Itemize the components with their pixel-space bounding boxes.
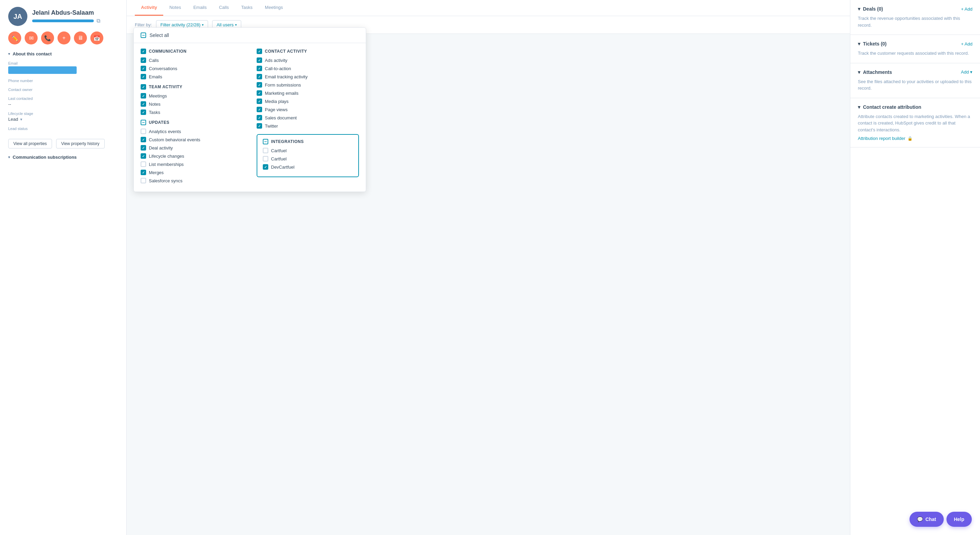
team-activity-section-title: TEAM ACTIVITY [141, 84, 243, 90]
call-button[interactable]: 📞 [41, 32, 54, 44]
media-plays-checkbox[interactable] [257, 98, 262, 104]
deals-title: ▾ Deals (0) [858, 6, 883, 12]
conversations-checkbox[interactable] [141, 66, 146, 71]
select-all-checkbox[interactable] [141, 32, 146, 38]
owner-label: Contact owner [8, 87, 118, 92]
salesforce-syncs-checkbox[interactable] [141, 178, 146, 183]
contact-header: JA Jelani Abdus-Salaam ⧉ [8, 7, 118, 26]
emails-checkbox[interactable] [141, 74, 146, 79]
calls-checkbox[interactable] [141, 57, 146, 63]
marketing-emails-checkbox[interactable] [257, 90, 262, 96]
progress-bar-wrap: ⧉ [32, 18, 100, 24]
help-button[interactable]: Help [947, 512, 972, 527]
communication-checkbox[interactable] [141, 49, 146, 54]
tasks-checkbox[interactable] [141, 110, 146, 115]
tickets-add-button[interactable]: + Add [961, 41, 972, 46]
cartfuel1-checkbox[interactable] [263, 148, 268, 153]
dropdown-panel: Select all COMMUNICATION Calls [134, 27, 366, 192]
twitter-checkbox[interactable] [257, 123, 262, 129]
item-email-tracking: Email tracking activity [257, 74, 359, 79]
tab-calls[interactable]: Calls [213, 0, 235, 16]
page-views-checkbox[interactable] [257, 107, 262, 112]
team-activity-checkbox[interactable] [141, 84, 146, 90]
analytics-events-checkbox[interactable] [141, 129, 146, 134]
item-custom-behavioral: Custom behavioral events [141, 137, 243, 142]
item-media-plays: Media plays [257, 98, 359, 104]
item-tasks: Tasks [141, 110, 243, 115]
lead-status-field-row: Lead status [8, 127, 118, 131]
ads-activity-checkbox[interactable] [257, 57, 262, 63]
calendar-button[interactable]: 📅 [90, 32, 103, 44]
cta-checkbox[interactable] [257, 66, 262, 71]
item-list-memberships: List memberships [141, 162, 243, 167]
deals-section: ▾ Deals (0) + Add Track the revenue oppo… [850, 0, 980, 35]
deals-label: Deals (0) [863, 6, 883, 12]
bottom-chat-area: 💬 Chat Help [910, 512, 972, 527]
item-deal-activity: Deal activity [141, 145, 243, 151]
attribution-section-header: ▾ Contact create attribution [858, 104, 972, 110]
help-label: Help [954, 516, 964, 522]
cartfuel2-checkbox[interactable] [263, 156, 268, 162]
item-page-views: Page views [257, 107, 359, 112]
attachments-label: Attachments [863, 70, 892, 75]
about-section-header[interactable]: ▾ About this contact [8, 51, 118, 56]
deal-activity-checkbox[interactable] [141, 145, 146, 151]
screen-button[interactable]: 🖥 [74, 32, 87, 44]
email-field-row: Email [8, 61, 118, 74]
item-form-submissions: Form submissions [257, 82, 359, 87]
tab-meetings[interactable]: Meetings [259, 0, 289, 16]
item-conversations: Conversations [141, 66, 243, 71]
attachments-add-button[interactable]: Add ▾ [961, 70, 972, 75]
lifecycle-field-row: Lifecycle stage Lead ▾ [8, 111, 118, 122]
contact-activity-checkbox[interactable] [257, 49, 262, 54]
updates-checkbox[interactable] [141, 120, 146, 125]
check-icon [142, 49, 145, 53]
tab-notes[interactable]: Notes [163, 0, 187, 16]
chat-button[interactable]: 💬 Chat [910, 512, 944, 527]
merges-checkbox[interactable] [141, 170, 146, 175]
lock-icon: 🔒 [907, 136, 913, 141]
deals-add-button[interactable]: + Add [961, 6, 972, 12]
item-cartfuel-2: Cartfuel [263, 156, 353, 162]
devcartfuel-checkbox[interactable] [263, 164, 268, 170]
tab-tasks[interactable]: Tasks [235, 0, 259, 16]
comm-subscriptions-header[interactable]: ▾ Communication subscriptions [8, 155, 118, 160]
sales-document-checkbox[interactable] [257, 115, 262, 121]
item-merges: Merges [141, 170, 243, 175]
copy-icon[interactable]: ⧉ [97, 18, 100, 24]
avatar: JA [8, 7, 27, 26]
form-submissions-checkbox[interactable] [257, 82, 262, 87]
contact-name: Jelani Abdus-Salaam [32, 9, 100, 17]
item-devcartfuel: DevCartfuel [263, 164, 353, 170]
lifecycle-changes-checkbox[interactable] [141, 153, 146, 159]
chevron-comm-icon: ▾ [8, 155, 10, 159]
list-memberships-checkbox[interactable] [141, 162, 146, 167]
item-meetings: Meetings [141, 93, 243, 98]
email-button[interactable]: ✉ [25, 32, 38, 44]
right-col: CONTACT ACTIVITY Ads activity Call-to-ac… [257, 49, 359, 186]
email-tracking-checkbox[interactable] [257, 74, 262, 79]
tickets-label: Tickets (0) [863, 41, 886, 46]
integrations-checkbox[interactable] [263, 139, 268, 144]
all-users-arrow-icon: ▾ [235, 23, 237, 27]
integrations-section-title: INTEGRATIONS [263, 139, 353, 144]
view-property-history-button[interactable]: View property history [56, 139, 105, 148]
attachments-section-header: ▾ Attachments Add ▾ [858, 70, 972, 75]
attribution-title: ▾ Contact create attribution [858, 104, 921, 110]
tickets-title: ▾ Tickets (0) [858, 41, 886, 46]
progress-bar [32, 19, 94, 22]
meetings-checkbox[interactable] [141, 93, 146, 98]
add-button[interactable]: + [57, 32, 70, 44]
tab-emails[interactable]: Emails [187, 0, 213, 16]
view-all-properties-button[interactable]: View all properties [8, 139, 52, 148]
tickets-section-header: ▾ Tickets (0) + Add [858, 41, 972, 46]
attribution-report-link[interactable]: Attribution report builder 🔒 [858, 136, 972, 141]
custom-behavioral-checkbox[interactable] [141, 137, 146, 142]
chat-bubble-icon: 💬 [917, 516, 923, 522]
notes-checkbox[interactable] [141, 101, 146, 107]
tab-activity[interactable]: Activity [135, 0, 163, 16]
edit-button[interactable]: ✏️ [8, 32, 21, 44]
chevron-icon: ▾ [8, 52, 10, 56]
tickets-description: Track the customer requests associated w… [858, 50, 972, 57]
action-icons: ✏️ ✉ 📞 + 🖥 📅 [8, 32, 118, 44]
